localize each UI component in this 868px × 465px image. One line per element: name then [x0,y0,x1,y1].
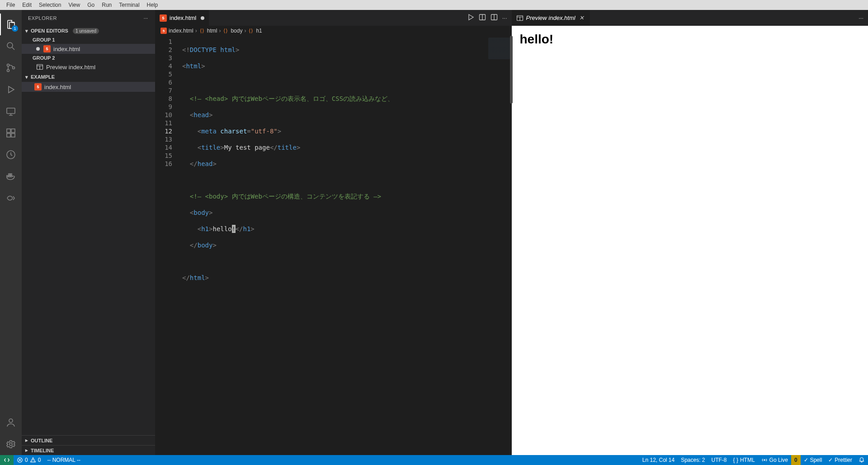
open-editor-item-label: index.html [53,46,80,52]
breadcrumb-body[interactable]: ⟨⟩ body [222,28,242,34]
indentation[interactable]: Spaces: 2 [678,455,708,465]
menu-view[interactable]: View [65,1,84,9]
svg-rect-7 [11,133,15,137]
minimap[interactable] [486,36,512,455]
tab-label: index.html [170,14,196,21]
activity-run-debug-icon[interactable] [0,79,22,100]
scrollbar[interactable] [510,36,513,104]
activity-source-control-icon[interactable] [0,57,22,79]
code-lines[interactable]: <!DOCTYPE html> <html> <!— <head> 内ではWeb… [180,36,486,455]
more-actions-icon[interactable]: ··· [502,14,507,21]
notifications-icon[interactable] [855,455,868,465]
sidebar: EXPLORER ··· ▾ OPEN EDITORS 1 unsaved GR… [22,10,155,455]
open-preview-icon[interactable] [479,14,486,22]
svg-point-11 [9,443,12,446]
activity-live-share-icon[interactable] [0,187,22,209]
tab-close-icon[interactable]: ✕ [578,14,585,22]
workspace-header[interactable]: ▾ EXAMPLE [22,72,155,82]
spell-check[interactable]: ✓ Spell [801,455,826,465]
svg-rect-4 [7,108,15,114]
menu-help[interactable]: Help [143,1,162,9]
modified-dot-icon [36,47,40,51]
chevron-down-icon: ▾ [24,74,30,80]
tab-index-html[interactable]: 5 index.html [155,10,209,26]
errors-count: 0 [25,457,28,463]
split-editor-icon[interactable] [491,14,498,22]
svg-point-1 [7,64,9,66]
menu-terminal[interactable]: Terminal [115,1,143,9]
html-file-icon: 5 [160,14,167,22]
open-editor-item-index-html[interactable]: 5 index.html [22,44,155,54]
tab-label: Preview index.html [526,14,576,21]
menubar: File Edit Selection View Go Run Terminal… [0,0,868,10]
explorer-badge: 1 [12,25,18,32]
prettier[interactable]: ✓ Prettier [825,455,855,465]
menu-selection[interactable]: Selection [35,1,65,9]
encoding[interactable]: UTF-8 [708,455,730,465]
breadcrumbs: 5 index.html › ⟨⟩ html › ⟨⟩ body › ⟨⟩ h1 [155,26,512,36]
svg-point-10 [9,419,13,422]
activity-live-server-icon[interactable] [0,144,22,166]
breadcrumb-file[interactable]: 5 index.html [160,28,193,34]
activity-account-icon[interactable] [0,412,22,433]
chevron-down-icon: ▾ [24,28,30,34]
braces-icon: { } [733,457,738,463]
tabs-bar-1: 5 index.html ··· [155,10,512,26]
sidebar-more-icon[interactable]: ··· [143,14,149,22]
tag-icon: ⟨⟩ [248,28,254,34]
vim-mode: -- NORMAL -- [44,455,84,465]
chevron-right-icon: › [244,28,246,34]
group-1-label: GROUP 1 [22,36,155,44]
svg-rect-6 [7,133,10,137]
svg-point-0 [7,43,13,48]
svg-point-3 [13,67,15,69]
statusbar: 0 0 -- NORMAL -- Ln 12, Col 14 Spaces: 2… [0,455,868,465]
svg-rect-5 [7,129,10,133]
run-icon[interactable] [467,14,474,22]
warnings-count: 0 [38,457,41,463]
sidebar-title: EXPLORER [28,15,57,21]
activity-search-icon[interactable] [0,35,22,57]
language-mode[interactable]: { } HTML [730,455,758,465]
menu-run[interactable]: Run [98,1,115,9]
breadcrumb-h1[interactable]: ⟨⟩ h1 [248,28,262,34]
code-editor[interactable]: 1234 5678 91011 12 13141516 <!DOCTYPE ht… [155,36,512,455]
activity-explorer-icon[interactable]: 1 [0,14,22,35]
remote-indicator[interactable] [0,455,14,465]
editor-actions: ··· [462,10,512,26]
tabs-bar-2: Preview index.html ✕ ··· [512,10,868,26]
tag-icon: ⟨⟩ [199,28,205,34]
timeline-header[interactable]: ▸ TIMELINE [22,445,155,455]
menu-file[interactable]: File [3,1,19,9]
go-live[interactable]: Go Live [758,455,791,465]
workspace-file-label: index.html [44,84,71,90]
menu-edit[interactable]: Edit [19,1,35,9]
menu-go[interactable]: Go [84,1,98,9]
open-editors-header[interactable]: ▾ OPEN EDITORS 1 unsaved [22,26,155,36]
sidebar-header: EXPLORER ··· [22,10,155,26]
unsaved-badge: 1 unsaved [73,28,99,34]
outline-header[interactable]: ▸ OUTLINE [22,435,155,445]
svg-point-2 [7,70,9,72]
ports-badge[interactable]: 0 [791,455,801,465]
activity-remote-explorer-icon[interactable] [0,100,22,122]
group-2-label: GROUP 2 [22,54,155,62]
editor-pane-preview: Preview index.html ✕ ··· hello! [512,10,868,455]
activity-settings-icon[interactable] [0,433,22,455]
timeline-label: TIMELINE [31,448,54,453]
open-editor-item-preview[interactable]: Preview index.html [22,62,155,72]
more-actions-icon[interactable]: ··· [859,14,863,21]
svg-rect-8 [11,129,15,133]
editor-group: 5 index.html ··· [155,10,868,455]
activity-extensions-icon[interactable] [0,122,22,144]
cursor-position[interactable]: Ln 12, Col 14 [639,455,678,465]
editor-actions-2: ··· [854,10,868,26]
breadcrumb-html[interactable]: ⟨⟩ html [199,28,217,34]
chevron-right-icon: › [219,28,221,34]
problems-indicator[interactable]: 0 0 [14,455,44,465]
html-file-icon: 5 [34,83,42,90]
activity-docker-icon[interactable] [0,166,22,187]
tag-icon: ⟨⟩ [222,28,229,34]
tab-preview[interactable]: Preview index.html ✕ [512,10,590,26]
workspace-file-index-html[interactable]: 5 index.html [22,82,155,92]
